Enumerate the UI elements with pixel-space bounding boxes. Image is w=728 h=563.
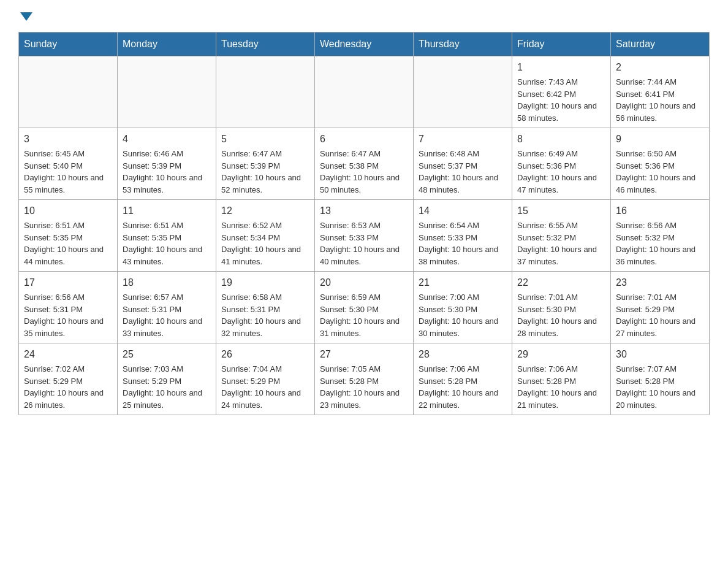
day-info: Sunrise: 7:44 AMSunset: 6:41 PMDaylight:… xyxy=(616,76,704,124)
calendar-cell: 1Sunrise: 7:43 AMSunset: 6:42 PMDaylight… xyxy=(512,56,611,128)
day-number: 5 xyxy=(221,132,309,147)
day-info: Sunrise: 6:48 AMSunset: 5:37 PMDaylight:… xyxy=(419,148,507,196)
day-number: 3 xyxy=(24,132,112,147)
calendar-cell: 11Sunrise: 6:51 AMSunset: 5:35 PMDayligh… xyxy=(118,200,216,272)
day-number: 12 xyxy=(221,204,309,218)
day-number: 7 xyxy=(419,132,507,147)
day-info: Sunrise: 6:59 AMSunset: 5:30 PMDaylight:… xyxy=(320,291,408,339)
day-info: Sunrise: 6:45 AMSunset: 5:40 PMDaylight:… xyxy=(24,148,112,196)
calendar-cell: 29Sunrise: 7:06 AMSunset: 5:28 PMDayligh… xyxy=(512,343,611,415)
day-number: 30 xyxy=(616,347,704,362)
day-info: Sunrise: 7:07 AMSunset: 5:28 PMDaylight:… xyxy=(616,363,704,411)
calendar-cell xyxy=(118,56,216,128)
day-number: 10 xyxy=(24,204,112,218)
calendar-cell: 28Sunrise: 7:06 AMSunset: 5:28 PMDayligh… xyxy=(414,343,512,415)
calendar-cell: 6Sunrise: 6:47 AMSunset: 5:38 PMDaylight… xyxy=(315,128,414,200)
calendar-week-2: 3Sunrise: 6:45 AMSunset: 5:40 PMDaylight… xyxy=(19,128,710,200)
day-number: 26 xyxy=(221,347,309,362)
calendar-cell: 15Sunrise: 6:55 AMSunset: 5:32 PMDayligh… xyxy=(512,200,611,272)
day-info: Sunrise: 7:06 AMSunset: 5:28 PMDaylight:… xyxy=(517,363,605,411)
calendar-cell xyxy=(19,56,118,128)
day-number: 2 xyxy=(616,60,704,75)
calendar-cell xyxy=(414,56,512,128)
day-info: Sunrise: 6:51 AMSunset: 5:35 PMDaylight:… xyxy=(24,220,112,267)
calendar-cell: 25Sunrise: 7:03 AMSunset: 5:29 PMDayligh… xyxy=(118,343,216,415)
weekday-header-monday: Monday xyxy=(118,33,216,56)
day-info: Sunrise: 6:54 AMSunset: 5:33 PMDaylight:… xyxy=(419,220,507,267)
day-number: 21 xyxy=(419,275,507,290)
day-info: Sunrise: 7:03 AMSunset: 5:29 PMDaylight:… xyxy=(123,363,211,411)
day-number: 24 xyxy=(24,347,112,362)
logo xyxy=(18,12,32,20)
day-number: 1 xyxy=(517,60,605,75)
day-number: 14 xyxy=(419,204,507,218)
calendar-cell: 16Sunrise: 6:56 AMSunset: 5:32 PMDayligh… xyxy=(611,200,710,272)
day-info: Sunrise: 6:52 AMSunset: 5:34 PMDaylight:… xyxy=(221,220,309,267)
calendar-cell: 21Sunrise: 7:00 AMSunset: 5:30 PMDayligh… xyxy=(414,272,512,343)
logo-arrow-icon xyxy=(20,12,32,21)
weekday-header-row: SundayMondayTuesdayWednesdayThursdayFrid… xyxy=(19,33,710,56)
day-info: Sunrise: 7:01 AMSunset: 5:30 PMDaylight:… xyxy=(517,291,605,339)
weekday-header-friday: Friday xyxy=(512,33,611,56)
day-info: Sunrise: 6:58 AMSunset: 5:31 PMDaylight:… xyxy=(221,291,309,339)
calendar-cell: 18Sunrise: 6:57 AMSunset: 5:31 PMDayligh… xyxy=(118,272,216,343)
page-header xyxy=(18,12,710,20)
calendar-cell: 23Sunrise: 7:01 AMSunset: 5:29 PMDayligh… xyxy=(611,272,710,343)
day-info: Sunrise: 6:57 AMSunset: 5:31 PMDaylight:… xyxy=(123,291,211,339)
day-info: Sunrise: 7:01 AMSunset: 5:29 PMDaylight:… xyxy=(616,291,704,339)
day-info: Sunrise: 6:53 AMSunset: 5:33 PMDaylight:… xyxy=(320,220,408,267)
calendar-cell: 20Sunrise: 6:59 AMSunset: 5:30 PMDayligh… xyxy=(315,272,414,343)
day-number: 11 xyxy=(123,204,211,218)
weekday-header-saturday: Saturday xyxy=(611,33,710,56)
weekday-header-sunday: Sunday xyxy=(19,33,118,56)
day-info: Sunrise: 7:00 AMSunset: 5:30 PMDaylight:… xyxy=(419,291,507,339)
day-info: Sunrise: 6:49 AMSunset: 5:36 PMDaylight:… xyxy=(517,148,605,196)
day-info: Sunrise: 6:56 AMSunset: 5:32 PMDaylight:… xyxy=(616,220,704,267)
day-number: 17 xyxy=(24,275,112,290)
calendar-week-1: 1Sunrise: 7:43 AMSunset: 6:42 PMDaylight… xyxy=(19,56,710,128)
day-number: 18 xyxy=(123,275,211,290)
calendar-week-3: 10Sunrise: 6:51 AMSunset: 5:35 PMDayligh… xyxy=(19,200,710,272)
calendar-cell: 7Sunrise: 6:48 AMSunset: 5:37 PMDaylight… xyxy=(414,128,512,200)
calendar-cell: 2Sunrise: 7:44 AMSunset: 6:41 PMDaylight… xyxy=(611,56,710,128)
calendar-table: SundayMondayTuesdayWednesdayThursdayFrid… xyxy=(18,32,710,415)
day-number: 19 xyxy=(221,275,309,290)
day-info: Sunrise: 7:06 AMSunset: 5:28 PMDaylight:… xyxy=(419,363,507,411)
weekday-header-thursday: Thursday xyxy=(414,33,512,56)
day-number: 27 xyxy=(320,347,408,362)
day-info: Sunrise: 6:51 AMSunset: 5:35 PMDaylight:… xyxy=(123,220,211,267)
weekday-header-wednesday: Wednesday xyxy=(315,33,414,56)
day-info: Sunrise: 6:55 AMSunset: 5:32 PMDaylight:… xyxy=(517,220,605,267)
weekday-header-tuesday: Tuesday xyxy=(216,33,315,56)
calendar-cell: 30Sunrise: 7:07 AMSunset: 5:28 PMDayligh… xyxy=(611,343,710,415)
calendar-cell: 24Sunrise: 7:02 AMSunset: 5:29 PMDayligh… xyxy=(19,343,118,415)
calendar-cell: 17Sunrise: 6:56 AMSunset: 5:31 PMDayligh… xyxy=(19,272,118,343)
calendar-cell: 10Sunrise: 6:51 AMSunset: 5:35 PMDayligh… xyxy=(19,200,118,272)
day-number: 25 xyxy=(123,347,211,362)
day-number: 29 xyxy=(517,347,605,362)
day-info: Sunrise: 7:43 AMSunset: 6:42 PMDaylight:… xyxy=(517,76,605,124)
day-info: Sunrise: 7:04 AMSunset: 5:29 PMDaylight:… xyxy=(221,363,309,411)
day-number: 9 xyxy=(616,132,704,147)
day-info: Sunrise: 7:05 AMSunset: 5:28 PMDaylight:… xyxy=(320,363,408,411)
day-number: 28 xyxy=(419,347,507,362)
day-number: 8 xyxy=(517,132,605,147)
day-info: Sunrise: 6:47 AMSunset: 5:38 PMDaylight:… xyxy=(320,148,408,196)
calendar-cell: 14Sunrise: 6:54 AMSunset: 5:33 PMDayligh… xyxy=(414,200,512,272)
day-number: 22 xyxy=(517,275,605,290)
calendar-cell: 8Sunrise: 6:49 AMSunset: 5:36 PMDaylight… xyxy=(512,128,611,200)
calendar-cell: 3Sunrise: 6:45 AMSunset: 5:40 PMDaylight… xyxy=(19,128,118,200)
calendar-cell: 27Sunrise: 7:05 AMSunset: 5:28 PMDayligh… xyxy=(315,343,414,415)
day-number: 15 xyxy=(517,204,605,218)
calendar-cell: 9Sunrise: 6:50 AMSunset: 5:36 PMDaylight… xyxy=(611,128,710,200)
calendar-cell: 19Sunrise: 6:58 AMSunset: 5:31 PMDayligh… xyxy=(216,272,315,343)
calendar-cell: 22Sunrise: 7:01 AMSunset: 5:30 PMDayligh… xyxy=(512,272,611,343)
day-number: 4 xyxy=(123,132,211,147)
day-info: Sunrise: 6:47 AMSunset: 5:39 PMDaylight:… xyxy=(221,148,309,196)
calendar-cell: 12Sunrise: 6:52 AMSunset: 5:34 PMDayligh… xyxy=(216,200,315,272)
day-number: 16 xyxy=(616,204,704,218)
day-number: 20 xyxy=(320,275,408,290)
day-info: Sunrise: 7:02 AMSunset: 5:29 PMDaylight:… xyxy=(24,363,112,411)
day-info: Sunrise: 6:50 AMSunset: 5:36 PMDaylight:… xyxy=(616,148,704,196)
calendar-cell: 26Sunrise: 7:04 AMSunset: 5:29 PMDayligh… xyxy=(216,343,315,415)
